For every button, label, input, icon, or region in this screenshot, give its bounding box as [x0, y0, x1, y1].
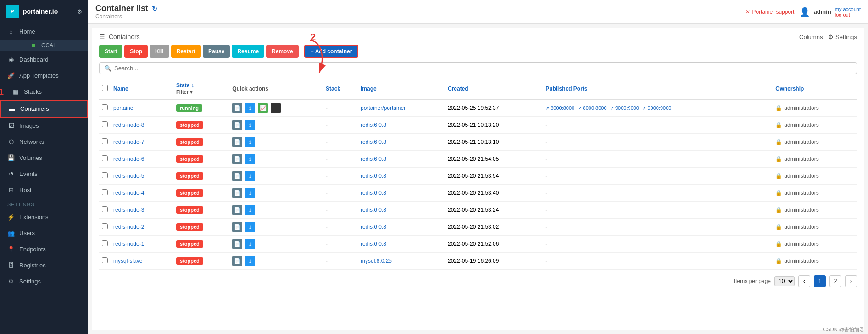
page-1-button[interactable]: 1	[814, 275, 826, 287]
per-page-select[interactable]: 10 25 50	[774, 276, 795, 286]
prev-page-button[interactable]: ‹	[798, 275, 810, 287]
refresh-icon[interactable]: ↻	[152, 5, 157, 12]
sidebar-item-dashboard[interactable]: ◉ Dashboard	[0, 51, 88, 68]
container-name-link[interactable]: redis-node-4	[113, 190, 144, 196]
image-link[interactable]: redis:6.0.8	[361, 224, 386, 230]
sidebar-item-networks[interactable]: ⬡ Networks	[0, 134, 88, 150]
row-checkbox[interactable]	[102, 189, 108, 195]
info-icon[interactable]: ℹ	[245, 205, 255, 215]
container-name-link[interactable]: redis-node-8	[113, 122, 144, 128]
row-checkbox[interactable]	[102, 172, 108, 178]
sidebar-item-events[interactable]: ↺ Events	[0, 166, 88, 182]
row-checkbox[interactable]	[102, 138, 108, 144]
sidebar-item-settings[interactable]: ⚙ Settings	[0, 273, 88, 289]
row-checkbox[interactable]	[102, 257, 108, 263]
kill-button[interactable]: Kill	[150, 45, 169, 58]
row-checkbox[interactable]	[102, 206, 108, 212]
info-icon[interactable]: ℹ	[245, 222, 255, 232]
sidebar-item-extensions[interactable]: ⚡ Extensions	[0, 209, 88, 225]
container-name-link[interactable]: redis-node-1	[113, 241, 144, 247]
sidebar-item-host[interactable]: ⊞ Host	[0, 182, 88, 198]
row-checkbox[interactable]	[102, 104, 108, 110]
sidebar-item-users[interactable]: 👥 Users	[0, 225, 88, 241]
file-icon[interactable]: 📄	[232, 120, 242, 130]
info-icon[interactable]: ℹ	[245, 171, 255, 181]
file-icon[interactable]: 📄	[232, 205, 242, 215]
image-link[interactable]: redis:6.0.8	[361, 122, 386, 128]
sidebar-item-registries[interactable]: 🗄 Registries	[0, 257, 88, 273]
sidebar-item-endpoints[interactable]: 📍 Endpoints	[0, 241, 88, 257]
portainer-support[interactable]: ✕ Portainer support	[746, 9, 794, 15]
sidebar-item-volumes[interactable]: 💾 Volumes	[0, 150, 88, 166]
image-link[interactable]: redis:6.0.8	[361, 241, 386, 247]
container-name-link[interactable]: redis-node-2	[113, 224, 144, 230]
stack-col-header[interactable]: Stack	[323, 79, 358, 99]
container-name-link[interactable]: redis-node-6	[113, 156, 144, 162]
info-icon[interactable]: ℹ	[245, 239, 255, 249]
image-link[interactable]: redis:6.0.8	[361, 156, 386, 162]
sidebar-item-home[interactable]: ⌂ Home	[0, 23, 88, 40]
state-label[interactable]: State ↕	[176, 82, 194, 89]
file-icon[interactable]: 📄	[232, 154, 242, 164]
name-col-header[interactable]: Name	[111, 79, 173, 99]
file-icon[interactable]: 📄	[232, 103, 242, 113]
ownership-col-header[interactable]: Ownership	[773, 79, 857, 99]
port-link[interactable]: ↗ 9000:9000	[610, 105, 639, 111]
row-checkbox[interactable]	[102, 223, 108, 229]
info-icon[interactable]: ℹ	[245, 137, 255, 147]
sidebar-item-stacks[interactable]: 1 ▦ Stacks	[0, 84, 88, 100]
sidebar-item-app-templates[interactable]: 🚀 App Templates	[0, 68, 88, 84]
port-link[interactable]: ↗ 9000:9000	[642, 105, 671, 111]
my-account-link[interactable]: my account	[835, 6, 861, 12]
image-link[interactable]: redis:6.0.8	[361, 139, 386, 145]
info-icon[interactable]: ℹ	[245, 256, 255, 266]
file-icon[interactable]: 📄	[232, 188, 242, 198]
stats-icon[interactable]: 📈	[258, 103, 268, 113]
stop-button[interactable]: Stop	[124, 45, 148, 58]
remove-button[interactable]: Remove	[266, 45, 299, 58]
log-out-link[interactable]: log out	[835, 12, 861, 17]
row-checkbox[interactable]	[102, 240, 108, 246]
container-name-link[interactable]: redis-node-7	[113, 139, 144, 145]
published-ports-col-header[interactable]: Published Ports	[543, 79, 773, 99]
row-checkbox[interactable]	[102, 155, 108, 161]
container-name-link[interactable]: redis-node-5	[113, 173, 144, 179]
info-icon[interactable]: ℹ	[245, 154, 255, 164]
info-icon[interactable]: ℹ	[245, 103, 255, 113]
start-button[interactable]: Start	[99, 45, 122, 58]
port-link[interactable]: ↗ 8000:8000	[578, 105, 607, 111]
file-icon[interactable]: 📄	[232, 222, 242, 232]
created-col-header[interactable]: Created	[445, 79, 543, 99]
pause-button[interactable]: Pause	[203, 45, 230, 58]
container-name-link[interactable]: portainer	[113, 105, 135, 111]
file-icon[interactable]: 📄	[232, 171, 242, 181]
image-col-header[interactable]: Image	[358, 79, 445, 99]
sidebar-gear-icon[interactable]: ⚙	[77, 8, 83, 15]
info-icon[interactable]: ℹ	[245, 188, 255, 198]
info-icon[interactable]: ℹ	[245, 120, 255, 130]
file-icon[interactable]: 📄	[232, 256, 242, 266]
settings-label[interactable]: ⚙ Settings	[828, 34, 857, 40]
file-icon[interactable]: 📄	[232, 137, 242, 147]
image-link[interactable]: redis:6.0.8	[361, 207, 386, 213]
next-page-button[interactable]: ›	[845, 275, 857, 287]
resume-button[interactable]: Resume	[232, 45, 264, 58]
image-link[interactable]: redis:6.0.8	[361, 190, 386, 196]
row-checkbox[interactable]	[102, 121, 108, 127]
search-input[interactable]	[114, 65, 852, 72]
sidebar-item-containers[interactable]: ▬ Containers	[0, 100, 88, 118]
container-name-link[interactable]: mysql-slave	[113, 258, 142, 264]
page-2-button[interactable]: 2	[829, 275, 841, 287]
sidebar-item-images[interactable]: 🖼 Images	[0, 118, 88, 134]
port-link[interactable]: ↗ 8000:8000	[545, 105, 574, 111]
select-all-checkbox[interactable]	[102, 85, 108, 91]
image-link[interactable]: redis:6.0.8	[361, 173, 386, 179]
image-link[interactable]: mysql:8.0.25	[361, 258, 392, 264]
file-icon[interactable]: 📄	[232, 239, 242, 249]
restart-button[interactable]: Restart	[171, 45, 201, 58]
filter-label[interactable]: Filter ▾	[176, 89, 193, 95]
add-container-button[interactable]: + Add container	[304, 45, 359, 58]
columns-label[interactable]: Columns	[799, 34, 823, 40]
container-name-link[interactable]: redis-node-3	[113, 207, 144, 213]
terminal-icon[interactable]: _	[271, 103, 281, 113]
